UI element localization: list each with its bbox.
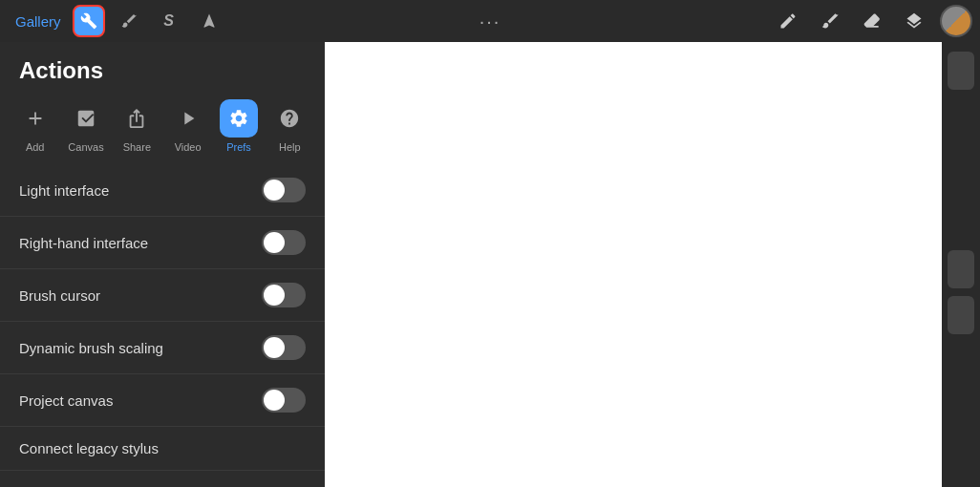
- panel-title: Actions: [0, 42, 325, 95]
- actions-panel: Actions Add Canvas: [0, 42, 325, 487]
- video-label: Video: [175, 141, 202, 153]
- help-label: Help: [279, 141, 301, 153]
- brush-cursor-label: Brush cursor: [19, 287, 100, 304]
- project-canvas-label: Project canvas: [19, 392, 113, 409]
- canvas-icon: [67, 99, 105, 138]
- video-icon: [169, 99, 207, 138]
- action-canvas[interactable]: Canvas: [62, 99, 109, 153]
- toggle-project-canvas[interactable]: Project canvas: [0, 374, 325, 427]
- help-icon: [270, 99, 309, 138]
- canvas-white[interactable]: [325, 42, 942, 487]
- action-video[interactable]: Video: [164, 99, 211, 153]
- prefs-label: Prefs: [226, 141, 251, 153]
- layers-icon[interactable]: [898, 5, 930, 37]
- canvas-label: Canvas: [68, 141, 103, 153]
- menu-pressure-smoothing[interactable]: Pressure and Smoothing: [0, 471, 325, 487]
- right-sidebar-btn-2[interactable]: [948, 250, 974, 288]
- project-canvas-toggle[interactable]: [262, 388, 306, 413]
- eraser-tool-icon[interactable]: [856, 5, 888, 37]
- toggle-right-hand[interactable]: Right-hand interface: [0, 217, 325, 269]
- top-bar-icons: S: [73, 5, 225, 37]
- s-curve-icon[interactable]: S: [153, 5, 185, 37]
- action-icons-row: Add Canvas Share: [0, 95, 325, 164]
- add-label: Add: [26, 141, 45, 153]
- main-area: Actions Add Canvas: [0, 42, 980, 487]
- pen-tool-icon[interactable]: [772, 5, 804, 37]
- action-add[interactable]: Add: [11, 99, 58, 153]
- action-help[interactable]: Help: [266, 99, 313, 153]
- toggle-light-interface[interactable]: Light interface: [0, 164, 325, 217]
- action-prefs[interactable]: Prefs: [215, 99, 262, 153]
- top-bar: Gallery S ···: [0, 0, 980, 42]
- color-swatch[interactable]: [940, 5, 972, 37]
- add-icon: [16, 99, 54, 138]
- right-hand-toggle[interactable]: [262, 230, 306, 255]
- share-icon: [117, 99, 156, 138]
- action-share[interactable]: Share: [114, 99, 160, 153]
- dynamic-scaling-label: Dynamic brush scaling: [19, 340, 163, 356]
- connect-stylus-label: Connect legacy stylus: [19, 440, 159, 456]
- dynamic-scaling-toggle[interactable]: [262, 335, 306, 360]
- brush-alt-icon[interactable]: [113, 5, 145, 37]
- right-sidebar: [942, 42, 980, 487]
- brush-cursor-toggle[interactable]: [262, 283, 306, 307]
- canvas-background[interactable]: [325, 42, 942, 487]
- light-interface-label: Light interface: [19, 182, 109, 199]
- top-bar-right: [772, 5, 972, 37]
- share-label: Share: [123, 141, 151, 153]
- right-sidebar-btn-3[interactable]: [948, 296, 974, 334]
- three-dots-button[interactable]: ···: [479, 11, 501, 32]
- gallery-button[interactable]: Gallery: [8, 10, 69, 33]
- arrow-icon[interactable]: [193, 5, 225, 37]
- light-interface-toggle[interactable]: [262, 178, 306, 202]
- prefs-icon: [220, 99, 258, 138]
- menu-connect-stylus[interactable]: Connect legacy stylus: [0, 427, 325, 471]
- wrench-icon[interactable]: [73, 5, 105, 37]
- toggle-dynamic-scaling[interactable]: Dynamic brush scaling: [0, 322, 325, 374]
- right-sidebar-btn-1[interactable]: [948, 52, 974, 90]
- right-hand-label: Right-hand interface: [19, 235, 148, 251]
- toggle-brush-cursor[interactable]: Brush cursor: [0, 269, 325, 322]
- brush-tool-icon[interactable]: [814, 5, 846, 37]
